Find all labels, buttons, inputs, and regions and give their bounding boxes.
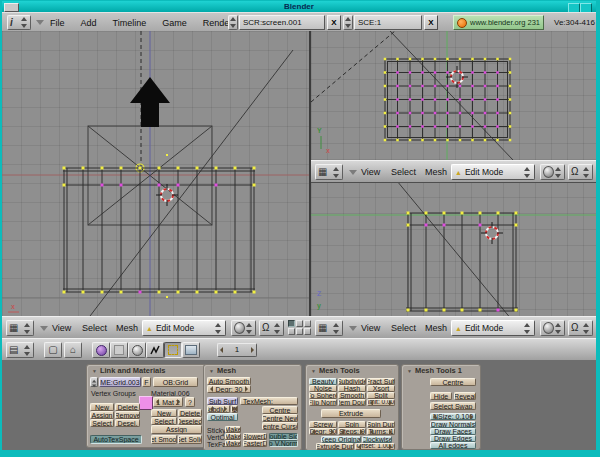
- menu-select[interactable]: Select: [82, 323, 107, 333]
- page-number-field[interactable]: 1: [217, 343, 257, 357]
- fake-user-button[interactable]: F: [142, 377, 151, 387]
- material-color-swatch[interactable]: [139, 396, 153, 410]
- panel-header[interactable]: ▼Link and Materials: [92, 366, 165, 375]
- menu-view[interactable]: View: [361, 323, 380, 333]
- draw-type-button[interactable]: [231, 320, 256, 336]
- editing-context-button[interactable]: [164, 342, 182, 358]
- material-help-button[interactable]: ?: [185, 397, 195, 407]
- vgroup-deselect-button[interactable]: Desel.: [115, 419, 140, 427]
- fract-sub-button[interactable]: Fract Sub: [367, 378, 395, 385]
- select-swap-button[interactable]: Select Swap: [430, 402, 476, 410]
- editor-type-button[interactable]: ▦: [315, 320, 343, 336]
- material-deselect-button[interactable]: Deselect: [178, 417, 202, 425]
- scene-context-button[interactable]: [182, 342, 200, 358]
- material-select-button[interactable]: Select: [151, 417, 177, 425]
- keep-original-toggle[interactable]: Keep Original: [321, 436, 361, 443]
- clockwise-toggle[interactable]: Clockwise: [362, 436, 392, 443]
- vertcol-make-button[interactable]: Make: [225, 433, 241, 440]
- menu-view[interactable]: View: [361, 167, 380, 177]
- mode-dropdown[interactable]: ▲ Edit Mode: [451, 320, 535, 336]
- vgroup-remove-button[interactable]: Remove: [115, 411, 140, 419]
- screen-browse-button[interactable]: [228, 15, 238, 30]
- all-edges-toggle[interactable]: All edges: [430, 442, 476, 449]
- menu-mesh[interactable]: Mesh: [425, 167, 447, 177]
- spin-dup-button[interactable]: Spin Dup: [367, 421, 395, 428]
- degr-field[interactable]: Degr: 30: [207, 385, 251, 393]
- draw-edges-toggle[interactable]: Draw Edges: [430, 435, 476, 442]
- collapse-triangle-icon[interactable]: [349, 326, 357, 331]
- turns-field[interactable]: Turns: 1: [367, 428, 395, 435]
- sticky-make-button[interactable]: Make: [225, 426, 241, 433]
- object-name-field[interactable]: OB:Grid: [153, 377, 198, 387]
- layer-cell[interactable]: [296, 320, 303, 327]
- menu-add[interactable]: Add: [81, 18, 97, 28]
- extrude-dup-button[interactable]: Extrude Dup: [316, 443, 354, 450]
- panel-header[interactable]: ▼Mesh Tools 1: [407, 366, 462, 375]
- hide-button[interactable]: Hide: [430, 392, 452, 400]
- degr-90-field[interactable]: Degr: 90: [309, 428, 337, 435]
- set-solid-button[interactable]: Set Solid: [178, 435, 202, 444]
- centre-button[interactable]: Centre: [262, 406, 298, 414]
- set-smooth-button[interactable]: Set Smooth: [151, 435, 177, 444]
- texface-make-button[interactable]: Make: [225, 440, 241, 447]
- smooth-button[interactable]: Smooth: [338, 392, 366, 399]
- logic-context-button[interactable]: [92, 342, 110, 358]
- pivot-button[interactable]: Ω: [259, 320, 284, 336]
- layer-cell[interactable]: [296, 328, 303, 335]
- collapse-triangle-icon[interactable]: [40, 326, 48, 331]
- editor-type-button[interactable]: ▦: [315, 164, 343, 180]
- subdivide-button[interactable]: Subdivide: [338, 378, 366, 385]
- vgroup-delete-button[interactable]: Delete: [115, 403, 140, 411]
- screen-delete-button[interactable]: X: [327, 15, 341, 30]
- noise-button[interactable]: Noise: [309, 385, 337, 392]
- offset-field[interactable]: Offset: 1.000: [355, 443, 395, 450]
- screen-name-field[interactable]: SCR:screen.001: [239, 15, 325, 30]
- scene-name-field[interactable]: SCE:1: [354, 15, 422, 30]
- mesh-datablock-field[interactable]: ME:Grid.003: [99, 377, 141, 387]
- mode-dropdown[interactable]: ▲ Edit Mode: [142, 320, 226, 336]
- to-sphere-button[interactable]: To Sphere: [309, 392, 337, 399]
- viewport-side[interactable]: Z y: [311, 181, 596, 316]
- draw-type-button[interactable]: [540, 320, 565, 336]
- optimal-toggle[interactable]: Optimal: [207, 413, 238, 421]
- vgroup-new-button[interactable]: New: [90, 403, 114, 411]
- material-new-button[interactable]: New: [151, 409, 177, 417]
- script-context-button[interactable]: [110, 342, 128, 358]
- scene-browse-button[interactable]: [343, 15, 353, 30]
- scene-delete-button[interactable]: X: [424, 15, 438, 30]
- subdiv-render-field[interactable]: 1: [231, 405, 238, 413]
- menu-timeline[interactable]: Timeline: [113, 18, 147, 28]
- shading-context-button[interactable]: [128, 342, 146, 358]
- subdiv-field[interactable]: Subdiv: 1: [207, 405, 230, 413]
- draw-type-button[interactable]: [540, 164, 565, 180]
- centre-new-button[interactable]: Centre New: [262, 414, 298, 422]
- spin-button[interactable]: Spin: [338, 421, 366, 428]
- nsize-field[interactable]: NSize: 0.100: [430, 413, 476, 420]
- menu-mesh[interactable]: Mesh: [116, 323, 138, 333]
- slower-draw-button[interactable]: SlowerD: [243, 433, 267, 440]
- material-assign-button[interactable]: Assign: [151, 425, 202, 434]
- no-vnormal-flip-toggle[interactable]: No V.Normal: [269, 440, 298, 447]
- layer-cell[interactable]: [288, 320, 295, 327]
- menu-file[interactable]: File: [50, 18, 65, 28]
- layer-cell[interactable]: [304, 320, 311, 327]
- screw-button[interactable]: Screw: [309, 421, 337, 428]
- layer-cell[interactable]: [288, 328, 295, 335]
- vgroup-assign-button[interactable]: Assign: [90, 411, 114, 419]
- panel-header[interactable]: ▼Mesh Tools: [311, 366, 360, 375]
- draw-normals-toggle[interactable]: Draw Normals: [430, 421, 476, 428]
- viewport-front[interactable]: x: [2, 31, 311, 316]
- material-index-field[interactable]: 1 Mat 2: [153, 397, 183, 407]
- double-sided-toggle[interactable]: Double Side: [269, 433, 298, 440]
- pivot-button[interactable]: Ω: [568, 164, 593, 180]
- split-button[interactable]: Split: [367, 392, 395, 399]
- layer-cell[interactable]: [304, 328, 311, 335]
- flip-normals-button[interactable]: Flip Norm: [309, 399, 337, 406]
- layer-buttons-group-1[interactable]: [288, 320, 311, 335]
- limit-field[interactable]: Limit: 0.001: [367, 399, 395, 406]
- collapse-triangle-icon[interactable]: [349, 170, 357, 175]
- autotexspace-toggle[interactable]: AutoTexSpace: [90, 435, 142, 444]
- faster-draw-button[interactable]: FasterD: [243, 440, 267, 447]
- steps-field[interactable]: Steps: 9: [338, 428, 366, 435]
- menu-select[interactable]: Select: [391, 323, 416, 333]
